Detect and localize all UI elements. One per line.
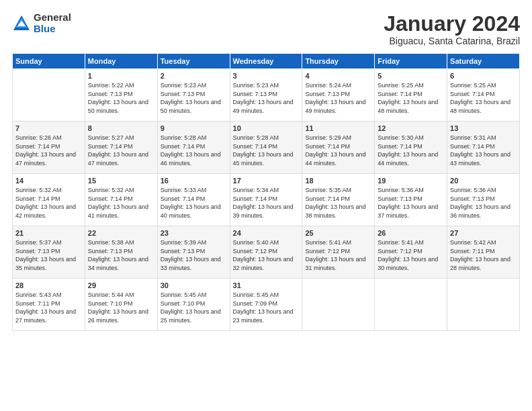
day-number: 16 [161, 177, 227, 185]
day-number: 21 [15, 229, 82, 237]
day-info: Sunrise: 5:23 AM Sunset: 7:13 PM Dayligh… [161, 81, 227, 115]
day-cell: 17Sunrise: 5:34 AM Sunset: 7:14 PM Dayli… [230, 174, 302, 226]
day-number: 3 [233, 72, 300, 80]
day-cell: 9Sunrise: 5:28 AM Sunset: 7:14 PM Daylig… [157, 122, 230, 174]
day-number: 17 [233, 177, 300, 185]
day-cell: 31Sunrise: 5:45 AM Sunset: 7:09 PM Dayli… [230, 279, 302, 331]
day-number: 5 [378, 72, 444, 80]
day-number: 18 [305, 177, 371, 185]
day-cell: 21Sunrise: 5:37 AM Sunset: 7:13 PM Dayli… [13, 226, 85, 279]
col-monday: Monday [85, 54, 157, 69]
day-number: 31 [233, 281, 300, 289]
day-cell [302, 279, 375, 331]
calendar-table: Sunday Monday Tuesday Wednesday Thursday… [12, 53, 520, 331]
day-cell: 2Sunrise: 5:23 AM Sunset: 7:13 PM Daylig… [157, 69, 230, 122]
week-row-3: 14Sunrise: 5:32 AM Sunset: 7:14 PM Dayli… [13, 174, 520, 226]
logo-icon [12, 14, 31, 33]
day-cell: 18Sunrise: 5:35 AM Sunset: 7:14 PM Dayli… [302, 174, 375, 226]
day-cell: 15Sunrise: 5:32 AM Sunset: 7:14 PM Dayli… [85, 174, 157, 226]
day-cell: 23Sunrise: 5:39 AM Sunset: 7:13 PM Dayli… [157, 226, 230, 279]
day-cell [13, 69, 85, 122]
week-row-1: 1Sunrise: 5:22 AM Sunset: 7:13 PM Daylig… [13, 69, 520, 122]
day-number: 30 [161, 281, 227, 289]
day-info: Sunrise: 5:33 AM Sunset: 7:14 PM Dayligh… [161, 186, 227, 220]
header: General Blue January 2024 Biguacu, Santa… [12, 12, 520, 46]
day-cell: 30Sunrise: 5:45 AM Sunset: 7:10 PM Dayli… [157, 279, 230, 331]
day-number: 12 [378, 124, 444, 132]
day-number: 26 [378, 229, 444, 237]
day-number: 23 [161, 229, 227, 237]
day-cell [375, 279, 447, 331]
day-info: Sunrise: 5:23 AM Sunset: 7:13 PM Dayligh… [233, 81, 300, 115]
header-row: Sunday Monday Tuesday Wednesday Thursday… [13, 54, 520, 69]
day-info: Sunrise: 5:28 AM Sunset: 7:14 PM Dayligh… [161, 134, 227, 167]
day-cell: 8Sunrise: 5:27 AM Sunset: 7:14 PM Daylig… [85, 122, 157, 174]
day-info: Sunrise: 5:45 AM Sunset: 7:09 PM Dayligh… [233, 291, 300, 324]
day-number: 7 [15, 124, 82, 132]
day-info: Sunrise: 5:32 AM Sunset: 7:14 PM Dayligh… [15, 186, 82, 220]
col-sunday: Sunday [13, 54, 85, 69]
day-number: 19 [378, 177, 444, 185]
day-number: 20 [450, 177, 517, 185]
day-cell: 4Sunrise: 5:24 AM Sunset: 7:13 PM Daylig… [302, 69, 375, 122]
day-cell: 16Sunrise: 5:33 AM Sunset: 7:14 PM Dayli… [157, 174, 230, 226]
day-cell: 5Sunrise: 5:25 AM Sunset: 7:14 PM Daylig… [375, 69, 447, 122]
day-cell: 7Sunrise: 5:26 AM Sunset: 7:14 PM Daylig… [13, 122, 85, 174]
day-cell: 11Sunrise: 5:29 AM Sunset: 7:14 PM Dayli… [302, 122, 375, 174]
day-info: Sunrise: 5:40 AM Sunset: 7:12 PM Dayligh… [233, 238, 300, 272]
day-info: Sunrise: 5:22 AM Sunset: 7:13 PM Dayligh… [88, 81, 154, 115]
day-info: Sunrise: 5:34 AM Sunset: 7:14 PM Dayligh… [233, 186, 300, 220]
day-info: Sunrise: 5:36 AM Sunset: 7:13 PM Dayligh… [378, 186, 444, 220]
calendar-subtitle: Biguacu, Santa Catarina, Brazil [384, 36, 520, 46]
week-row-4: 21Sunrise: 5:37 AM Sunset: 7:13 PM Dayli… [13, 226, 520, 279]
title-block: January 2024 Biguacu, Santa Catarina, Br… [384, 12, 520, 46]
day-info: Sunrise: 5:27 AM Sunset: 7:14 PM Dayligh… [88, 134, 154, 167]
week-row-5: 28Sunrise: 5:43 AM Sunset: 7:11 PM Dayli… [13, 279, 520, 331]
day-info: Sunrise: 5:31 AM Sunset: 7:14 PM Dayligh… [450, 134, 517, 167]
day-cell: 24Sunrise: 5:40 AM Sunset: 7:12 PM Dayli… [230, 226, 302, 279]
day-cell: 22Sunrise: 5:38 AM Sunset: 7:13 PM Dayli… [85, 226, 157, 279]
day-number: 24 [233, 229, 300, 237]
calendar-page: General Blue January 2024 Biguacu, Santa… [0, 0, 532, 411]
day-cell: 6Sunrise: 5:25 AM Sunset: 7:14 PM Daylig… [447, 69, 520, 122]
day-cell: 28Sunrise: 5:43 AM Sunset: 7:11 PM Dayli… [13, 279, 85, 331]
day-cell: 29Sunrise: 5:44 AM Sunset: 7:10 PM Dayli… [85, 279, 157, 331]
day-info: Sunrise: 5:35 AM Sunset: 7:14 PM Dayligh… [305, 186, 371, 220]
day-number: 1 [88, 72, 154, 80]
day-number: 6 [450, 72, 517, 80]
day-info: Sunrise: 5:29 AM Sunset: 7:14 PM Dayligh… [305, 134, 371, 167]
day-info: Sunrise: 5:32 AM Sunset: 7:14 PM Dayligh… [88, 186, 154, 220]
calendar-title: January 2024 [384, 12, 520, 36]
day-number: 15 [88, 177, 154, 185]
logo-blue-text: Blue [34, 24, 71, 35]
day-cell: 12Sunrise: 5:30 AM Sunset: 7:14 PM Dayli… [375, 122, 447, 174]
day-info: Sunrise: 5:38 AM Sunset: 7:13 PM Dayligh… [88, 238, 154, 272]
logo-text: General Blue [34, 12, 71, 34]
day-info: Sunrise: 5:39 AM Sunset: 7:13 PM Dayligh… [161, 238, 227, 272]
day-info: Sunrise: 5:44 AM Sunset: 7:10 PM Dayligh… [88, 291, 154, 324]
col-thursday: Thursday [302, 54, 375, 69]
day-info: Sunrise: 5:26 AM Sunset: 7:14 PM Dayligh… [15, 134, 82, 167]
day-info: Sunrise: 5:37 AM Sunset: 7:13 PM Dayligh… [15, 238, 82, 272]
day-number: 14 [15, 177, 82, 185]
day-cell: 27Sunrise: 5:42 AM Sunset: 7:11 PM Dayli… [447, 226, 520, 279]
day-number: 10 [233, 124, 300, 132]
day-info: Sunrise: 5:24 AM Sunset: 7:13 PM Dayligh… [305, 81, 371, 115]
day-info: Sunrise: 5:36 AM Sunset: 7:13 PM Dayligh… [450, 186, 517, 220]
day-info: Sunrise: 5:28 AM Sunset: 7:14 PM Dayligh… [233, 134, 300, 167]
day-cell [447, 279, 520, 331]
day-info: Sunrise: 5:25 AM Sunset: 7:14 PM Dayligh… [450, 81, 517, 115]
day-number: 27 [450, 229, 517, 237]
day-info: Sunrise: 5:42 AM Sunset: 7:11 PM Dayligh… [450, 238, 517, 272]
day-number: 8 [88, 124, 154, 132]
day-cell: 25Sunrise: 5:41 AM Sunset: 7:12 PM Dayli… [302, 226, 375, 279]
week-row-2: 7Sunrise: 5:26 AM Sunset: 7:14 PM Daylig… [13, 122, 520, 174]
day-cell: 10Sunrise: 5:28 AM Sunset: 7:14 PM Dayli… [230, 122, 302, 174]
col-wednesday: Wednesday [230, 54, 302, 69]
day-number: 4 [305, 72, 371, 80]
day-info: Sunrise: 5:41 AM Sunset: 7:12 PM Dayligh… [378, 238, 444, 272]
day-info: Sunrise: 5:41 AM Sunset: 7:12 PM Dayligh… [305, 238, 371, 272]
day-number: 25 [305, 229, 371, 237]
day-info: Sunrise: 5:30 AM Sunset: 7:14 PM Dayligh… [378, 134, 444, 167]
day-info: Sunrise: 5:25 AM Sunset: 7:14 PM Dayligh… [378, 81, 444, 115]
